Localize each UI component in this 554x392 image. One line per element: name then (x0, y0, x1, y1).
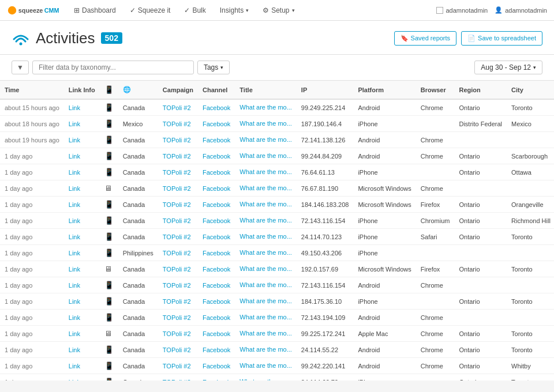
campaign-link[interactable]: TOPoli #2 (163, 314, 191, 321)
campaign-link[interactable]: TOPoli #2 (163, 217, 191, 224)
nav-setup[interactable]: ⚙ Setup ▾ (257, 3, 300, 18)
link-anchor[interactable]: Link (69, 266, 80, 273)
title-link[interactable]: What are the mo... (239, 184, 291, 191)
campaign-link[interactable]: TOPoli #2 (163, 233, 191, 240)
cell-channel[interactable]: Facebook (198, 180, 235, 197)
channel-link[interactable]: Facebook (203, 201, 230, 208)
link-anchor[interactable]: Link (69, 137, 80, 144)
cell-title[interactable]: What are the mo... (235, 213, 296, 229)
cell-link[interactable]: Link (64, 213, 100, 229)
link-anchor[interactable]: Link (69, 104, 80, 111)
link-anchor[interactable]: Link (69, 346, 80, 353)
cell-campaign[interactable]: TOPoli #2 (158, 342, 198, 358)
cell-campaign[interactable]: TOPoli #2 (158, 132, 198, 148)
cell-channel[interactable]: Facebook (198, 164, 235, 180)
cell-campaign[interactable]: TOPoli #2 (158, 261, 198, 277)
cell-channel[interactable]: Facebook (198, 374, 235, 381)
cell-title[interactable]: What are the mo... (235, 148, 296, 164)
channel-link[interactable]: Facebook (203, 298, 230, 305)
logo[interactable]: squeeze CMM (7, 3, 59, 17)
cell-campaign[interactable]: TOPoli #2 (158, 326, 198, 342)
user-profile[interactable]: 👤 adamnotadmin (495, 6, 547, 14)
title-link[interactable]: What are the mo... (239, 281, 291, 288)
cell-campaign[interactable]: TOPoli #2 (158, 358, 198, 374)
nav-squeeze-it[interactable]: ✓ Squeeze it (124, 3, 177, 18)
cell-channel[interactable]: Facebook (198, 116, 235, 132)
cell-title[interactable]: What are the mo... (235, 180, 296, 197)
campaign-link[interactable]: TOPoli #2 (163, 104, 191, 111)
tags-dropdown[interactable]: Tags ▾ (197, 61, 230, 74)
cell-title[interactable]: What are the mo... (235, 99, 296, 116)
cell-link[interactable]: Link (64, 164, 100, 180)
link-anchor[interactable]: Link (69, 282, 80, 289)
cell-title[interactable]: What are the mo... (235, 245, 296, 261)
cell-channel[interactable]: Facebook (198, 245, 235, 261)
cell-campaign[interactable]: TOPoli #2 (158, 164, 198, 180)
nav-insights[interactable]: Insights ▾ (214, 3, 254, 18)
campaign-link[interactable]: TOPoli #2 (163, 137, 191, 144)
title-link[interactable]: What are the mo... (239, 249, 291, 256)
title-link[interactable]: What are the mo... (239, 136, 291, 143)
campaign-link[interactable]: TOPoli #2 (163, 169, 191, 176)
cell-title[interactable]: What are the mo... (235, 342, 296, 358)
campaign-link[interactable]: TOPoli #2 (163, 153, 191, 160)
cell-campaign[interactable]: TOPoli #2 (158, 197, 198, 213)
cell-channel[interactable]: Facebook (198, 310, 235, 326)
channel-link[interactable]: Facebook (203, 330, 230, 337)
channel-link[interactable]: Facebook (203, 233, 230, 240)
cell-campaign[interactable]: TOPoli #2 (158, 245, 198, 261)
link-anchor[interactable]: Link (69, 379, 80, 381)
channel-link[interactable]: Facebook (203, 363, 230, 370)
link-anchor[interactable]: Link (69, 233, 80, 240)
cell-link[interactable]: Link (64, 342, 100, 358)
title-link[interactable]: What are the mo... (239, 168, 291, 175)
link-anchor[interactable]: Link (69, 250, 80, 257)
save-spreadsheet-button[interactable]: 📄 Save to spreadsheet (461, 31, 542, 46)
cell-link[interactable]: Link (64, 245, 100, 261)
campaign-link[interactable]: TOPoli #2 (163, 120, 191, 127)
cell-link[interactable]: Link (64, 293, 100, 310)
taxonomy-filter-input[interactable] (32, 61, 194, 74)
cell-title[interactable]: What are the mo... (235, 197, 296, 213)
table-scroll[interactable]: Time Link Info 📱 🌐 Campaign Channel Titl… (0, 81, 554, 380)
cell-campaign[interactable]: TOPoli #2 (158, 229, 198, 245)
cell-link[interactable]: Link (64, 229, 100, 245)
cell-channel[interactable]: Facebook (198, 99, 235, 116)
title-link[interactable]: What are the mo... (239, 378, 291, 381)
channel-link[interactable]: Facebook (203, 153, 230, 160)
cell-link[interactable]: Link (64, 374, 100, 381)
campaign-link[interactable]: TOPoli #2 (163, 266, 191, 273)
title-link[interactable]: What are the mo... (239, 362, 291, 369)
cell-link[interactable]: Link (64, 358, 100, 374)
title-link[interactable]: What are the mo... (239, 346, 291, 353)
cell-channel[interactable]: Facebook (198, 342, 235, 358)
cell-title[interactable]: What are the mo... (235, 293, 296, 310)
cell-title[interactable]: What are the mo... (235, 116, 296, 132)
title-link[interactable]: What are the mo... (239, 201, 291, 208)
cell-title[interactable]: What are the mo... (235, 310, 296, 326)
cell-title[interactable]: What are the mo... (235, 374, 296, 381)
cell-channel[interactable]: Facebook (198, 277, 235, 293)
channel-link[interactable]: Facebook (203, 185, 230, 192)
cell-channel[interactable]: Facebook (198, 197, 235, 213)
cell-channel[interactable]: Facebook (198, 213, 235, 229)
channel-link[interactable]: Facebook (203, 120, 230, 127)
link-anchor[interactable]: Link (69, 217, 80, 224)
title-link[interactable]: What are the mo... (239, 314, 291, 321)
cell-link[interactable]: Link (64, 180, 100, 197)
title-link[interactable]: What are the mo... (239, 265, 291, 272)
campaign-link[interactable]: TOPoli #2 (163, 250, 191, 257)
cell-link[interactable]: Link (64, 116, 100, 132)
title-link[interactable]: What are the mo... (239, 330, 291, 337)
cell-channel[interactable]: Facebook (198, 148, 235, 164)
cell-channel[interactable]: Facebook (198, 132, 235, 148)
link-anchor[interactable]: Link (69, 120, 80, 127)
campaign-link[interactable]: TOPoli #2 (163, 379, 191, 381)
channel-link[interactable]: Facebook (203, 137, 230, 144)
title-link[interactable]: What are the mo... (239, 152, 291, 159)
link-anchor[interactable]: Link (69, 153, 80, 160)
title-link[interactable]: What are the mo... (239, 104, 291, 111)
cell-campaign[interactable]: TOPoli #2 (158, 180, 198, 197)
campaign-link[interactable]: TOPoli #2 (163, 363, 191, 370)
campaign-link[interactable]: TOPoli #2 (163, 298, 191, 305)
